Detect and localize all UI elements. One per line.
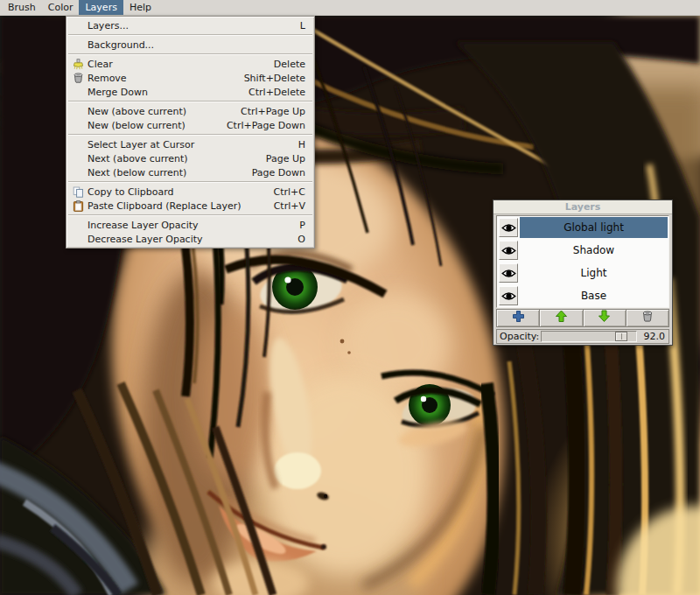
menu-item-label: Paste Clipboard (Replace Layer) bbox=[87, 200, 262, 212]
menu-icon-blank bbox=[70, 233, 87, 246]
menubar-item-layers[interactable]: Layers bbox=[79, 0, 122, 15]
menu-item-copy-to-clipboard[interactable]: Copy to Clipboard Ctrl+C bbox=[67, 185, 313, 199]
opacity-slider-handle[interactable] bbox=[615, 332, 627, 341]
menu-item-shortcut: Ctrl+Page Up bbox=[228, 106, 305, 117]
menu-item-shortcut: L bbox=[288, 20, 305, 32]
menu-item-label: Select Layer at Cursor bbox=[87, 139, 286, 150]
eye-icon bbox=[501, 288, 516, 304]
menu-item-background[interactable]: Background... bbox=[67, 38, 313, 52]
opacity-label: Opacity: bbox=[499, 331, 541, 342]
menu-item-clear[interactable]: Clear Delete bbox=[67, 57, 313, 71]
opacity-slider[interactable] bbox=[541, 331, 637, 342]
layer-name[interactable]: Global light bbox=[520, 217, 668, 238]
menu-icon-blank bbox=[70, 152, 87, 165]
menu-item-label: Merge Down bbox=[87, 87, 236, 98]
layers-panel-titlebar[interactable]: Layers bbox=[494, 200, 672, 214]
menu-item-select-layer-at-cursor[interactable]: Select Layer at Cursor H bbox=[67, 137, 313, 151]
menu-item-increase-layer-opacity[interactable]: Increase Layer Opacity P bbox=[67, 218, 313, 232]
copy-icon bbox=[70, 186, 87, 199]
eye-icon bbox=[501, 265, 516, 282]
menu-separator bbox=[68, 53, 312, 55]
layer-row: Light bbox=[497, 262, 668, 284]
menu-icon-blank bbox=[70, 86, 87, 99]
arrow-down-icon bbox=[598, 310, 611, 326]
menu-item-label: Decrease Layer Opacity bbox=[87, 234, 285, 245]
menu-item-layers[interactable]: Layers... L bbox=[67, 18, 313, 32]
layer-name[interactable]: Light bbox=[520, 262, 668, 284]
arrow-up-icon bbox=[555, 310, 568, 326]
layer-row: Shadow bbox=[497, 239, 668, 262]
layers-panel: Layers Global light Shadow bbox=[493, 200, 673, 346]
menubar-item-label: Layers bbox=[85, 2, 116, 13]
menu-item-label: Increase Layer Opacity bbox=[87, 220, 287, 231]
add-layer-button[interactable] bbox=[497, 310, 540, 326]
menu-item-label: Layers... bbox=[87, 20, 288, 32]
menubar-item-label: Brush bbox=[8, 2, 36, 13]
menu-separator bbox=[68, 101, 312, 102]
menu-icon-blank bbox=[70, 138, 87, 151]
layers-menu: Layers... L Background... Clear Delete bbox=[66, 16, 315, 248]
menu-item-shortcut: H bbox=[286, 139, 305, 150]
app-window: Brush Color Layers Help Layers... L Back… bbox=[0, 0, 700, 595]
menu-item-next-above[interactable]: Next (above current) Page Up bbox=[67, 151, 313, 165]
layer-row: Base bbox=[497, 284, 668, 307]
menu-icon-blank bbox=[70, 105, 87, 118]
raise-layer-button[interactable] bbox=[540, 310, 583, 326]
layer-visibility-toggle[interactable] bbox=[499, 286, 518, 305]
menu-item-shortcut: Delete bbox=[262, 59, 305, 70]
menu-item-shortcut: P bbox=[287, 220, 305, 231]
trash-icon bbox=[641, 310, 654, 326]
menu-item-remove[interactable]: Remove Shift+Delete bbox=[67, 71, 313, 85]
clear-brush-icon bbox=[70, 58, 87, 71]
menu-item-label: Clear bbox=[87, 59, 262, 70]
menu-item-merge-down[interactable]: Merge Down Ctrl+Delete bbox=[67, 85, 313, 99]
menu-item-shortcut: Ctrl+Page Down bbox=[214, 120, 305, 131]
delete-layer-button[interactable] bbox=[626, 310, 668, 326]
menu-item-paste-clipboard[interactable]: Paste Clipboard (Replace Layer) Ctrl+V bbox=[67, 199, 313, 213]
opacity-row: Opacity: 92.0 bbox=[496, 329, 669, 344]
paste-icon bbox=[70, 200, 87, 213]
plus-icon bbox=[512, 310, 525, 326]
menu-item-new-above[interactable]: New (above current) Ctrl+Page Up bbox=[67, 104, 313, 118]
menu-item-shortcut: Ctrl+V bbox=[262, 200, 305, 212]
menubar-item-brush[interactable]: Brush bbox=[2, 0, 42, 15]
menu-item-next-below[interactable]: Next (below current) Page Down bbox=[67, 165, 313, 179]
menu-item-shortcut: Page Up bbox=[254, 153, 305, 164]
menu-item-label: New (below current) bbox=[87, 120, 214, 131]
layer-visibility-toggle[interactable] bbox=[499, 218, 518, 237]
lower-layer-button[interactable] bbox=[584, 310, 626, 326]
layer-name[interactable]: Shadow bbox=[520, 240, 668, 261]
menubar-item-label: Help bbox=[130, 2, 151, 13]
menubar-item-label: Color bbox=[48, 2, 74, 13]
menubar: Brush Color Layers Help bbox=[0, 0, 700, 16]
layers-panel-toolbar bbox=[496, 309, 669, 327]
menu-item-shortcut: O bbox=[285, 234, 305, 245]
layers-panel-title: Layers bbox=[565, 201, 601, 213]
menu-item-shortcut: Ctrl+Delete bbox=[236, 87, 305, 98]
menu-item-decrease-layer-opacity[interactable]: Decrease Layer Opacity O bbox=[67, 232, 313, 246]
opacity-value: 92.0 bbox=[640, 331, 667, 342]
menubar-item-color[interactable]: Color bbox=[42, 0, 80, 15]
menubar-item-help[interactable]: Help bbox=[123, 0, 158, 15]
menu-item-shortcut: Ctrl+C bbox=[262, 186, 305, 198]
menu-icon-blank bbox=[70, 119, 87, 132]
menu-item-shortcut: Page Down bbox=[240, 167, 305, 178]
menu-item-label: Next (above current) bbox=[87, 153, 254, 164]
menu-item-label: New (above current) bbox=[87, 106, 228, 117]
trash-icon bbox=[70, 72, 87, 85]
menu-item-new-below[interactable]: New (below current) Ctrl+Page Down bbox=[67, 118, 313, 132]
menu-icon-blank bbox=[70, 19, 87, 32]
layer-name[interactable]: Base bbox=[520, 285, 668, 306]
layer-visibility-toggle[interactable] bbox=[499, 241, 518, 260]
menu-icon-blank bbox=[70, 219, 87, 232]
menu-separator bbox=[68, 181, 312, 183]
menu-item-shortcut: Shift+Delete bbox=[232, 73, 305, 84]
layer-list: Global light Shadow Light bbox=[496, 215, 669, 308]
menu-icon-blank bbox=[70, 38, 87, 52]
menu-separator bbox=[68, 214, 312, 216]
eye-icon bbox=[501, 220, 516, 236]
menu-item-label: Remove bbox=[87, 73, 232, 84]
eye-icon bbox=[501, 242, 516, 259]
layer-visibility-toggle[interactable] bbox=[499, 263, 518, 283]
menu-item-label: Next (below current) bbox=[87, 167, 240, 178]
